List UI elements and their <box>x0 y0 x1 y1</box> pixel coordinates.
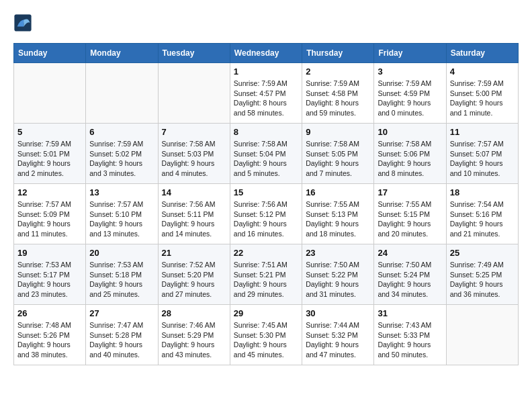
empty-cell <box>86 63 158 124</box>
day-info: Sunrise: 7:59 AM Sunset: 4:58 PM Dayligh… <box>306 79 370 118</box>
day-info: Sunrise: 7:59 AM Sunset: 5:02 PM Dayligh… <box>89 139 154 179</box>
day-cell-2: 2Sunrise: 7:59 AM Sunset: 4:58 PM Daylig… <box>302 63 374 124</box>
day-info: Sunrise: 7:57 AM Sunset: 5:07 PM Dayligh… <box>450 139 515 179</box>
day-number: 29 <box>234 308 298 318</box>
day-number: 2 <box>306 66 370 77</box>
day-number: 11 <box>450 127 515 137</box>
page-header <box>13 13 519 32</box>
day-number: 6 <box>89 127 154 137</box>
day-number: 25 <box>450 248 515 258</box>
day-number: 5 <box>17 127 82 137</box>
day-info: Sunrise: 7:50 AM Sunset: 5:24 PM Dayligh… <box>378 260 442 300</box>
day-number: 15 <box>234 187 298 197</box>
day-number: 27 <box>89 308 154 318</box>
day-cell-12: 12Sunrise: 7:57 AM Sunset: 5:09 PM Dayli… <box>14 184 86 244</box>
day-cell-8: 8Sunrise: 7:58 AM Sunset: 5:04 PM Daylig… <box>230 124 302 184</box>
day-info: Sunrise: 7:53 AM Sunset: 5:17 PM Dayligh… <box>17 260 82 300</box>
day-number: 30 <box>306 308 370 318</box>
day-number: 21 <box>162 248 226 258</box>
day-info: Sunrise: 7:48 AM Sunset: 5:26 PM Dayligh… <box>17 320 82 360</box>
day-cell-10: 10Sunrise: 7:58 AM Sunset: 5:06 PM Dayli… <box>374 124 446 184</box>
week-row-2: 5Sunrise: 7:59 AM Sunset: 5:01 PM Daylig… <box>14 124 519 184</box>
day-info: Sunrise: 7:53 AM Sunset: 5:18 PM Dayligh… <box>89 260 154 300</box>
day-info: Sunrise: 7:50 AM Sunset: 5:22 PM Dayligh… <box>306 260 370 300</box>
week-row-3: 12Sunrise: 7:57 AM Sunset: 5:09 PM Dayli… <box>14 184 519 244</box>
day-cell-24: 24Sunrise: 7:50 AM Sunset: 5:24 PM Dayli… <box>374 244 446 305</box>
day-number: 17 <box>378 187 442 197</box>
day-info: Sunrise: 7:47 AM Sunset: 5:28 PM Dayligh… <box>89 320 154 360</box>
day-info: Sunrise: 7:59 AM Sunset: 4:57 PM Dayligh… <box>234 79 298 118</box>
day-cell-18: 18Sunrise: 7:54 AM Sunset: 5:16 PM Dayli… <box>446 184 518 244</box>
day-number: 4 <box>450 66 515 77</box>
day-number: 14 <box>162 187 226 197</box>
week-row-5: 26Sunrise: 7:48 AM Sunset: 5:26 PM Dayli… <box>14 305 519 365</box>
day-info: Sunrise: 7:59 AM Sunset: 5:01 PM Dayligh… <box>17 139 82 179</box>
day-cell-14: 14Sunrise: 7:56 AM Sunset: 5:11 PM Dayli… <box>158 184 230 244</box>
day-cell-9: 9Sunrise: 7:58 AM Sunset: 5:05 PM Daylig… <box>302 124 374 184</box>
day-number: 10 <box>378 127 442 137</box>
day-cell-20: 20Sunrise: 7:53 AM Sunset: 5:18 PM Dayli… <box>86 244 158 305</box>
day-info: Sunrise: 7:46 AM Sunset: 5:29 PM Dayligh… <box>162 320 226 360</box>
day-cell-1: 1Sunrise: 7:59 AM Sunset: 4:57 PM Daylig… <box>230 63 302 124</box>
day-cell-28: 28Sunrise: 7:46 AM Sunset: 5:29 PM Dayli… <box>158 305 230 365</box>
day-number: 23 <box>306 248 370 258</box>
day-cell-31: 31Sunrise: 7:43 AM Sunset: 5:33 PM Dayli… <box>374 305 446 365</box>
day-cell-29: 29Sunrise: 7:45 AM Sunset: 5:30 PM Dayli… <box>230 305 302 365</box>
day-number: 16 <box>306 187 370 197</box>
day-number: 12 <box>17 187 82 197</box>
logo <box>13 13 35 32</box>
day-number: 8 <box>234 127 298 137</box>
day-info: Sunrise: 7:58 AM Sunset: 5:06 PM Dayligh… <box>378 139 442 179</box>
day-info: Sunrise: 7:55 AM Sunset: 5:13 PM Dayligh… <box>306 199 370 239</box>
day-number: 22 <box>234 248 298 258</box>
header-wednesday: Wednesday <box>230 44 302 63</box>
day-cell-6: 6Sunrise: 7:59 AM Sunset: 5:02 PM Daylig… <box>86 124 158 184</box>
day-cell-23: 23Sunrise: 7:50 AM Sunset: 5:22 PM Dayli… <box>302 244 374 305</box>
day-cell-13: 13Sunrise: 7:57 AM Sunset: 5:10 PM Dayli… <box>86 184 158 244</box>
day-cell-21: 21Sunrise: 7:52 AM Sunset: 5:20 PM Dayli… <box>158 244 230 305</box>
day-info: Sunrise: 7:59 AM Sunset: 4:59 PM Dayligh… <box>378 79 442 118</box>
day-cell-7: 7Sunrise: 7:58 AM Sunset: 5:03 PM Daylig… <box>158 124 230 184</box>
day-cell-25: 25Sunrise: 7:49 AM Sunset: 5:25 PM Dayli… <box>446 244 518 305</box>
day-cell-19: 19Sunrise: 7:53 AM Sunset: 5:17 PM Dayli… <box>14 244 86 305</box>
day-cell-11: 11Sunrise: 7:57 AM Sunset: 5:07 PM Dayli… <box>446 124 518 184</box>
day-number: 31 <box>378 308 442 318</box>
header-saturday: Saturday <box>446 44 518 63</box>
day-cell-26: 26Sunrise: 7:48 AM Sunset: 5:26 PM Dayli… <box>14 305 86 365</box>
day-info: Sunrise: 7:43 AM Sunset: 5:33 PM Dayligh… <box>378 320 442 360</box>
day-cell-4: 4Sunrise: 7:59 AM Sunset: 5:00 PM Daylig… <box>446 63 518 124</box>
day-number: 24 <box>378 248 442 258</box>
day-info: Sunrise: 7:45 AM Sunset: 5:30 PM Dayligh… <box>234 320 298 360</box>
day-number: 9 <box>306 127 370 137</box>
day-info: Sunrise: 7:49 AM Sunset: 5:25 PM Dayligh… <box>450 260 515 300</box>
day-cell-15: 15Sunrise: 7:56 AM Sunset: 5:12 PM Dayli… <box>230 184 302 244</box>
day-cell-17: 17Sunrise: 7:55 AM Sunset: 5:15 PM Dayli… <box>374 184 446 244</box>
calendar-table: SundayMondayTuesdayWednesdayThursdayFrid… <box>13 43 519 365</box>
day-cell-22: 22Sunrise: 7:51 AM Sunset: 5:21 PM Dayli… <box>230 244 302 305</box>
day-number: 7 <box>162 127 226 137</box>
day-info: Sunrise: 7:57 AM Sunset: 5:10 PM Dayligh… <box>89 199 154 239</box>
week-row-4: 19Sunrise: 7:53 AM Sunset: 5:17 PM Dayli… <box>14 244 519 305</box>
day-cell-5: 5Sunrise: 7:59 AM Sunset: 5:01 PM Daylig… <box>14 124 86 184</box>
calendar-header-row: SundayMondayTuesdayWednesdayThursdayFrid… <box>14 44 519 63</box>
day-cell-16: 16Sunrise: 7:55 AM Sunset: 5:13 PM Dayli… <box>302 184 374 244</box>
day-cell-3: 3Sunrise: 7:59 AM Sunset: 4:59 PM Daylig… <box>374 63 446 124</box>
header-sunday: Sunday <box>14 44 86 63</box>
empty-cell <box>14 63 86 124</box>
day-info: Sunrise: 7:56 AM Sunset: 5:11 PM Dayligh… <box>162 199 226 239</box>
header-thursday: Thursday <box>302 44 374 63</box>
header-monday: Monday <box>86 44 158 63</box>
day-number: 28 <box>162 308 226 318</box>
day-number: 26 <box>17 308 82 318</box>
day-number: 3 <box>378 66 442 77</box>
day-cell-30: 30Sunrise: 7:44 AM Sunset: 5:32 PM Dayli… <box>302 305 374 365</box>
day-info: Sunrise: 7:58 AM Sunset: 5:05 PM Dayligh… <box>306 139 370 179</box>
day-cell-27: 27Sunrise: 7:47 AM Sunset: 5:28 PM Dayli… <box>86 305 158 365</box>
day-number: 19 <box>17 248 82 258</box>
day-info: Sunrise: 7:59 AM Sunset: 5:00 PM Dayligh… <box>450 79 515 118</box>
logo-icon <box>13 13 32 32</box>
empty-cell <box>158 63 230 124</box>
header-friday: Friday <box>374 44 446 63</box>
day-info: Sunrise: 7:58 AM Sunset: 5:03 PM Dayligh… <box>162 139 226 179</box>
empty-cell <box>446 305 518 365</box>
